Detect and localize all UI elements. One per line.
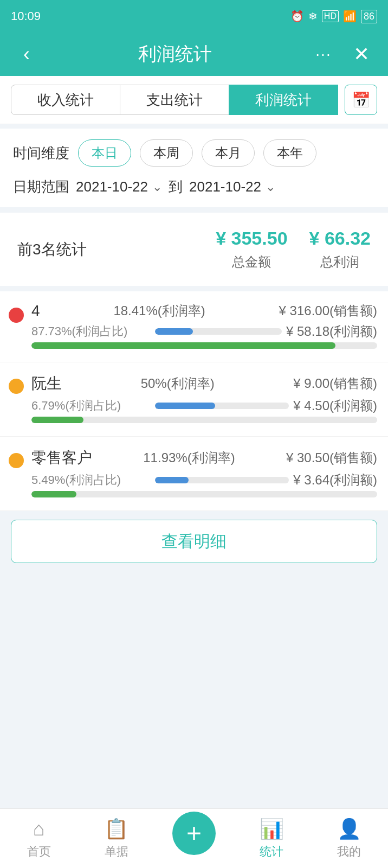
green-bar-row-3 <box>31 491 377 497</box>
tab-profit[interactable]: 利润统计 <box>229 85 338 115</box>
item-sales-1: ¥ 316.00(销售额) <box>279 302 377 320</box>
more-button[interactable]: ··· <box>310 46 337 63</box>
blue-bar-container-1 <box>155 328 282 335</box>
chip-month[interactable]: 本月 <box>202 139 255 167</box>
green-bar-1 <box>31 342 335 349</box>
status-time: 10:09 <box>11 9 41 23</box>
green-bar-container-3 <box>31 491 377 497</box>
calendar-icon: 📅 <box>352 91 371 109</box>
blue-bar-row-1: 87.73%(利润占比) ¥ 58.18(利润额) <box>31 323 377 340</box>
profit-amount-1: ¥ 58.18(利润额) <box>286 323 377 340</box>
total-profit: ¥ 66.32 <box>309 228 371 249</box>
item-content-3: 零售客户 11.93%(利润率) ¥ 30.50(销售额) 5.49%(利润占比… <box>31 448 377 500</box>
item-name-1: 4 <box>31 302 40 320</box>
green-bar-container-2 <box>31 417 377 423</box>
summary-values: ¥ 355.50 总金额 ¥ 66.32 总利润 <box>216 228 371 271</box>
item-row1-3: 零售客户 11.93%(利润率) ¥ 30.50(销售额) <box>31 448 377 468</box>
list-item: 阮生 50%(利润率) ¥ 9.00(销售额) 6.79%(利润占比) ¥ 4.… <box>0 362 388 437</box>
total-amount: ¥ 355.50 <box>216 228 287 249</box>
chip-today[interactable]: 本日 <box>78 139 131 167</box>
item-row1-2: 阮生 50%(利润率) ¥ 9.00(销售额) <box>31 373 377 394</box>
header-actions: ··· ✕ <box>310 43 375 66</box>
stats-icon: 📊 <box>260 818 284 840</box>
date-to-text: 到 <box>169 177 183 196</box>
blue-bar-3 <box>155 477 189 483</box>
tab-income[interactable]: 收入统计 <box>11 85 120 115</box>
item-content-1: 4 18.41%(利润率) ¥ 316.00(销售额) 87.73%(利润占比)… <box>31 302 377 351</box>
profit-share-label-1: 87.73%(利润占比) <box>31 323 151 340</box>
dot-orange-1 <box>9 379 24 394</box>
time-filter-label: 时间维度 <box>13 144 69 163</box>
time-filter: 时间维度 本日 本周 本月 本年 <box>13 139 375 167</box>
alarm-icon: ⏰ <box>290 10 304 23</box>
page-title: 利润统计 <box>40 42 310 67</box>
blue-bar-1 <box>155 328 193 335</box>
dot-red <box>9 308 24 323</box>
profile-icon: 👤 <box>337 818 361 840</box>
nav-orders-label: 单据 <box>105 844 128 860</box>
item-content-2: 阮生 50%(利润率) ¥ 9.00(销售额) 6.79%(利润占比) ¥ 4.… <box>31 373 377 425</box>
item-profit-rate-3: 11.93%(利润率) <box>143 449 235 467</box>
close-button[interactable]: ✕ <box>348 43 375 66</box>
chip-year[interactable]: 本年 <box>263 139 316 167</box>
profit-share-label-3: 5.49%(利润占比) <box>31 472 151 488</box>
green-bar-row-2 <box>31 417 377 423</box>
header: ‹ 利润统计 ··· ✕ <box>0 33 388 76</box>
date-range: 日期范围 2021-10-22 ⌄ 到 2021-10-22 ⌄ <box>13 177 375 196</box>
nav-profile[interactable]: 👤 我的 <box>311 818 388 860</box>
item-name-3: 零售客户 <box>31 448 92 468</box>
nav-orders[interactable]: 📋 单据 <box>77 818 155 860</box>
total-amount-label: 总金额 <box>232 253 271 271</box>
profit-share-label-2: 6.79%(利润占比) <box>31 398 151 414</box>
signal-icon: 📶 <box>343 10 357 23</box>
status-icons: ⏰ ❄ HD 📶 86 <box>290 10 377 23</box>
blue-bar-2 <box>155 403 215 409</box>
chip-week[interactable]: 本周 <box>140 139 193 167</box>
main-content: 收入统计 支出统计 利润统计 📅 时间维度 本日 本周 本月 本年 日期范围 2… <box>0 76 388 868</box>
nav-profile-label: 我的 <box>337 844 361 860</box>
bluetooth-icon: ❄ <box>308 10 318 23</box>
status-bar: 10:09 ⏰ ❄ HD 📶 86 <box>0 0 388 33</box>
back-button[interactable]: ‹ <box>13 43 40 66</box>
time-display: 10:09 <box>11 9 41 23</box>
nav-home-label: 首页 <box>27 844 51 860</box>
from-date-selector[interactable]: 2021-10-22 ⌄ <box>76 178 162 195</box>
profit-amount-2: ¥ 4.50(利润额) <box>293 397 377 414</box>
to-date: 2021-10-22 <box>189 178 261 195</box>
list-item: 4 18.41%(利润率) ¥ 316.00(销售额) 87.73%(利润占比)… <box>0 291 388 362</box>
filter-section: 时间维度 本日 本周 本月 本年 日期范围 2021-10-22 ⌄ 到 202… <box>0 129 388 207</box>
hd-icon: HD <box>322 10 339 22</box>
blue-bar-row-3: 5.49%(利润占比) ¥ 3.64(利润额) <box>31 471 377 489</box>
list-item: 零售客户 11.93%(利润率) ¥ 30.50(销售额) 5.49%(利润占比… <box>0 437 388 511</box>
home-icon: ⌂ <box>33 818 45 840</box>
view-detail-button[interactable]: 查看明细 <box>11 520 377 563</box>
calendar-button[interactable]: 📅 <box>345 85 377 115</box>
green-bar-3 <box>31 491 76 497</box>
total-amount-item: ¥ 355.50 总金额 <box>216 228 287 271</box>
add-button[interactable]: + <box>172 812 216 855</box>
from-date: 2021-10-22 <box>76 178 148 195</box>
from-date-arrow: ⌄ <box>152 180 162 194</box>
to-date-selector[interactable]: 2021-10-22 ⌄ <box>189 178 275 195</box>
dot-orange-2 <box>9 453 24 468</box>
green-bar-2 <box>31 417 83 423</box>
nav-add[interactable]: + <box>155 822 232 855</box>
green-bar-container-1 <box>31 342 377 349</box>
nav-home[interactable]: ⌂ 首页 <box>0 818 77 860</box>
item-profit-rate-1: 18.41%(利润率) <box>113 302 205 320</box>
date-range-label: 日期范围 <box>13 177 69 196</box>
tab-bar: 收入统计 支出统计 利润统计 📅 <box>0 76 388 124</box>
blue-bar-container-2 <box>155 403 289 409</box>
total-profit-label: 总利润 <box>320 253 359 271</box>
item-name-2: 阮生 <box>31 373 62 394</box>
item-profit-rate-2: 50%(利润率) <box>141 375 215 392</box>
plus-icon: + <box>186 818 202 848</box>
to-date-arrow: ⌄ <box>266 180 275 194</box>
nav-stats[interactable]: 📊 统计 <box>233 818 311 860</box>
orders-icon: 📋 <box>104 818 128 840</box>
blue-bar-container-3 <box>155 477 289 483</box>
tab-expense[interactable]: 支出统计 <box>120 85 229 115</box>
total-profit-item: ¥ 66.32 总利润 <box>309 228 371 271</box>
blue-bar-row-2: 6.79%(利润占比) ¥ 4.50(利润额) <box>31 397 377 414</box>
item-row1: 4 18.41%(利润率) ¥ 316.00(销售额) <box>31 302 377 320</box>
